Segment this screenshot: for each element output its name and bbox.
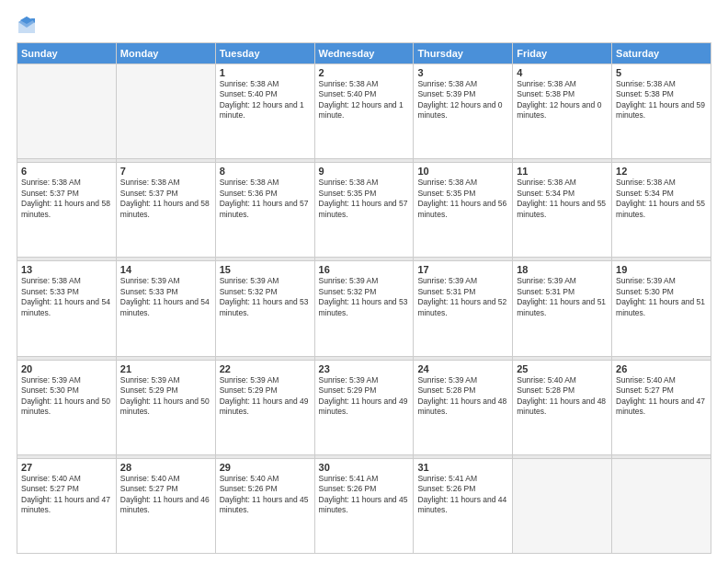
day-info: Sunrise: 5:41 AMSunset: 5:26 PMDaylight:… (319, 474, 410, 516)
calendar-cell: 8Sunrise: 5:38 AMSunset: 5:36 PMDaylight… (215, 163, 314, 258)
day-number: 28 (120, 462, 211, 473)
day-number: 25 (517, 363, 608, 374)
day-info: Sunrise: 5:40 AMSunset: 5:26 PMDaylight:… (220, 474, 311, 516)
day-info: Sunrise: 5:38 AMSunset: 5:36 PMDaylight:… (220, 178, 311, 220)
day-info: Sunrise: 5:40 AMSunset: 5:28 PMDaylight:… (517, 375, 608, 418)
day-info: Sunrise: 5:38 AMSunset: 5:34 PMDaylight:… (616, 178, 707, 220)
calendar-cell: 14Sunrise: 5:39 AMSunset: 5:33 PMDayligh… (116, 261, 215, 356)
calendar-cell: 28Sunrise: 5:40 AMSunset: 5:27 PMDayligh… (116, 458, 215, 553)
calendar-cell: 30Sunrise: 5:41 AMSunset: 5:26 PMDayligh… (314, 458, 414, 553)
calendar-cell: 12Sunrise: 5:38 AMSunset: 5:34 PMDayligh… (612, 163, 711, 258)
day-number: 5 (616, 67, 707, 78)
day-info: Sunrise: 5:38 AMSunset: 5:40 PMDaylight:… (220, 79, 311, 121)
calendar-cell: 2Sunrise: 5:38 AMSunset: 5:40 PMDaylight… (314, 64, 414, 159)
calendar-cell: 22Sunrise: 5:39 AMSunset: 5:29 PMDayligh… (215, 360, 314, 454)
calendar-week-2: 6Sunrise: 5:38 AMSunset: 5:37 PMDaylight… (17, 163, 711, 258)
calendar-cell: 13Sunrise: 5:38 AMSunset: 5:33 PMDayligh… (17, 261, 117, 356)
calendar-cell (513, 458, 612, 553)
day-info: Sunrise: 5:38 AMSunset: 5:38 PMDaylight:… (616, 79, 707, 121)
day-number: 4 (517, 67, 608, 78)
logo (17, 15, 40, 35)
day-info: Sunrise: 5:38 AMSunset: 5:39 PMDaylight:… (417, 79, 508, 121)
calendar-cell: 27Sunrise: 5:40 AMSunset: 5:27 PMDayligh… (17, 458, 117, 553)
day-info: Sunrise: 5:38 AMSunset: 5:35 PMDaylight:… (417, 178, 508, 220)
day-info: Sunrise: 5:39 AMSunset: 5:30 PMDaylight:… (21, 375, 112, 418)
weekday-header-sunday: Sunday (17, 43, 117, 64)
day-info: Sunrise: 5:40 AMSunset: 5:27 PMDaylight:… (21, 474, 112, 516)
day-info: Sunrise: 5:41 AMSunset: 5:26 PMDaylight:… (417, 474, 508, 516)
weekday-header-tuesday: Tuesday (215, 43, 314, 64)
day-number: 3 (417, 67, 508, 78)
header (17, 15, 711, 35)
day-number: 24 (417, 363, 508, 374)
day-number: 8 (220, 166, 311, 177)
day-info: Sunrise: 5:39 AMSunset: 5:29 PMDaylight:… (120, 375, 211, 418)
day-info: Sunrise: 5:38 AMSunset: 5:34 PMDaylight:… (517, 178, 608, 220)
day-number: 27 (21, 462, 112, 473)
calendar-cell: 10Sunrise: 5:38 AMSunset: 5:35 PMDayligh… (414, 163, 513, 258)
day-number: 19 (616, 264, 707, 275)
day-number: 2 (319, 67, 410, 78)
day-number: 23 (319, 363, 410, 374)
logo-icon (17, 15, 37, 35)
day-number: 10 (417, 166, 508, 177)
calendar-cell: 26Sunrise: 5:40 AMSunset: 5:27 PMDayligh… (612, 360, 711, 454)
day-info: Sunrise: 5:39 AMSunset: 5:32 PMDaylight:… (319, 276, 410, 318)
weekday-header-thursday: Thursday (414, 43, 513, 64)
calendar-cell: 3Sunrise: 5:38 AMSunset: 5:39 PMDaylight… (414, 64, 513, 159)
day-number: 18 (517, 264, 608, 275)
day-number: 9 (319, 166, 410, 177)
day-number: 1 (220, 67, 311, 78)
calendar-cell: 25Sunrise: 5:40 AMSunset: 5:28 PMDayligh… (513, 360, 612, 454)
calendar-cell: 21Sunrise: 5:39 AMSunset: 5:29 PMDayligh… (116, 360, 215, 454)
calendar-cell: 4Sunrise: 5:38 AMSunset: 5:38 PMDaylight… (513, 64, 612, 159)
calendar-cell: 24Sunrise: 5:39 AMSunset: 5:28 PMDayligh… (414, 360, 513, 454)
day-info: Sunrise: 5:39 AMSunset: 5:28 PMDaylight:… (417, 375, 508, 418)
calendar-cell: 18Sunrise: 5:39 AMSunset: 5:31 PMDayligh… (513, 261, 612, 356)
calendar-week-4: 20Sunrise: 5:39 AMSunset: 5:30 PMDayligh… (17, 360, 711, 454)
day-info: Sunrise: 5:38 AMSunset: 5:38 PMDaylight:… (517, 79, 608, 121)
calendar-cell: 1Sunrise: 5:38 AMSunset: 5:40 PMDaylight… (215, 64, 314, 159)
day-number: 6 (21, 166, 112, 177)
calendar-cell: 19Sunrise: 5:39 AMSunset: 5:30 PMDayligh… (612, 261, 711, 356)
day-info: Sunrise: 5:39 AMSunset: 5:30 PMDaylight:… (616, 276, 707, 318)
day-number: 31 (417, 462, 508, 473)
calendar-cell: 6Sunrise: 5:38 AMSunset: 5:37 PMDaylight… (17, 163, 117, 258)
day-number: 22 (220, 363, 311, 374)
day-info: Sunrise: 5:39 AMSunset: 5:32 PMDaylight:… (220, 276, 311, 318)
calendar-cell: 23Sunrise: 5:39 AMSunset: 5:29 PMDayligh… (314, 360, 414, 454)
day-info: Sunrise: 5:39 AMSunset: 5:31 PMDaylight:… (417, 276, 508, 318)
calendar-cell: 20Sunrise: 5:39 AMSunset: 5:30 PMDayligh… (17, 360, 117, 454)
calendar-cell (612, 458, 711, 553)
day-number: 26 (616, 363, 707, 374)
day-info: Sunrise: 5:39 AMSunset: 5:29 PMDaylight:… (220, 375, 311, 418)
weekday-header-row: SundayMondayTuesdayWednesdayThursdayFrid… (17, 43, 711, 64)
calendar-cell (116, 64, 215, 159)
day-info: Sunrise: 5:38 AMSunset: 5:35 PMDaylight:… (319, 178, 410, 220)
day-info: Sunrise: 5:38 AMSunset: 5:37 PMDaylight:… (120, 178, 211, 220)
day-number: 20 (21, 363, 112, 374)
calendar-cell: 7Sunrise: 5:38 AMSunset: 5:37 PMDaylight… (116, 163, 215, 258)
calendar-cell: 11Sunrise: 5:38 AMSunset: 5:34 PMDayligh… (513, 163, 612, 258)
day-number: 13 (21, 264, 112, 275)
day-number: 29 (220, 462, 311, 473)
day-info: Sunrise: 5:38 AMSunset: 5:40 PMDaylight:… (319, 79, 410, 121)
day-info: Sunrise: 5:39 AMSunset: 5:33 PMDaylight:… (120, 276, 211, 318)
day-info: Sunrise: 5:39 AMSunset: 5:31 PMDaylight:… (517, 276, 608, 318)
day-number: 7 (120, 166, 211, 177)
day-number: 16 (319, 264, 410, 275)
day-number: 21 (120, 363, 211, 374)
day-number: 17 (417, 264, 508, 275)
calendar-cell: 5Sunrise: 5:38 AMSunset: 5:38 PMDaylight… (612, 64, 711, 159)
day-info: Sunrise: 5:40 AMSunset: 5:27 PMDaylight:… (616, 375, 707, 418)
day-number: 30 (319, 462, 410, 473)
day-number: 15 (220, 264, 311, 275)
calendar-cell: 17Sunrise: 5:39 AMSunset: 5:31 PMDayligh… (414, 261, 513, 356)
day-number: 12 (616, 166, 707, 177)
day-info: Sunrise: 5:39 AMSunset: 5:29 PMDaylight:… (319, 375, 410, 418)
calendar-cell: 31Sunrise: 5:41 AMSunset: 5:26 PMDayligh… (414, 458, 513, 553)
page: SundayMondayTuesdayWednesdayThursdayFrid… (0, 0, 728, 563)
calendar-table: SundayMondayTuesdayWednesdayThursdayFrid… (17, 42, 711, 554)
calendar-week-1: 1Sunrise: 5:38 AMSunset: 5:40 PMDaylight… (17, 64, 711, 159)
day-info: Sunrise: 5:38 AMSunset: 5:33 PMDaylight:… (21, 276, 112, 318)
